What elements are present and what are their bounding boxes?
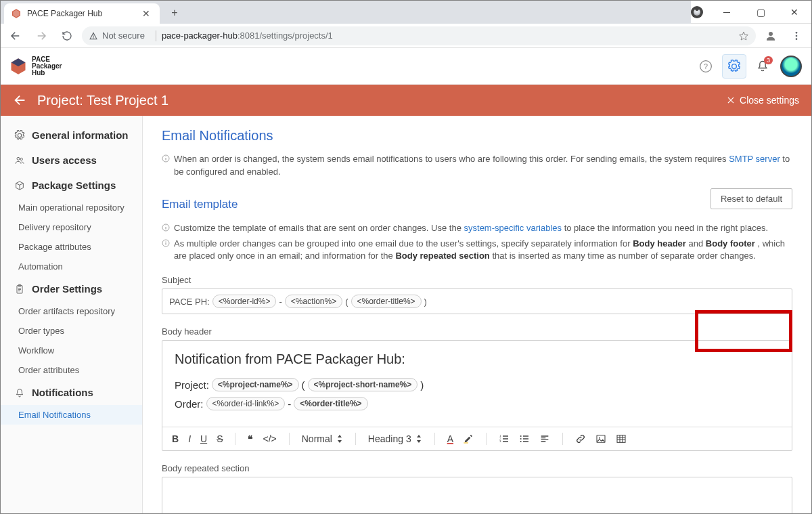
titlebar: PACE Packager Hub ✕ + ─ ▢ ✕ (1, 1, 811, 24)
nav-back-icon[interactable] (5, 25, 26, 47)
image-icon[interactable] (595, 433, 606, 444)
chip-order-id-link[interactable]: <%order-id-link%> (206, 397, 286, 410)
chip-project-short[interactable]: <%project-short-name%> (308, 378, 418, 391)
package-icon (14, 180, 25, 191)
sidebar-item-delivery-repo[interactable]: Delivery repository (1, 217, 142, 237)
svg-point-0 (769, 32, 773, 36)
svg-point-18 (520, 438, 522, 440)
quote-icon[interactable]: ❝ (248, 433, 253, 444)
window-minimize[interactable]: ─ (710, 1, 744, 23)
sidebar-item-order-repo[interactable]: Order artifacts repository (1, 301, 142, 321)
sidebar-order[interactable]: Order Settings (1, 276, 142, 301)
updown-icon (336, 435, 343, 443)
svg-text:?: ? (704, 62, 708, 70)
chip-order-id[interactable]: <%order-id%> (212, 295, 277, 308)
tabstrip-status (691, 1, 710, 23)
reset-default-button[interactable]: Reset to default (710, 188, 792, 209)
bold-icon[interactable]: B (172, 433, 179, 444)
sidebar-users[interactable]: Users access (1, 148, 142, 173)
updown-icon (415, 435, 422, 443)
strike-icon[interactable]: S (217, 433, 223, 444)
sidebar-item-automation[interactable]: Automation (1, 257, 142, 276)
browser-menu-icon[interactable] (786, 25, 807, 47)
close-icon (726, 95, 736, 105)
app-logo[interactable]: PACE Packager Hub (9, 56, 62, 77)
close-settings-button[interactable]: Close settings (726, 95, 799, 106)
project-bar: Project: Test Project 1 Close settings (1, 85, 811, 116)
nav-reload-icon[interactable] (56, 25, 78, 47)
sidebar-item-package-attrs[interactable]: Package attributes (1, 237, 142, 257)
settings-icon[interactable] (722, 54, 746, 79)
format-select[interactable]: Normal (302, 433, 343, 444)
tab-close-icon[interactable]: ✕ (139, 8, 153, 19)
address-bar: Not secure pace-packager-hub :8081/setti… (1, 24, 811, 48)
sidebar-item-order-attrs[interactable]: Order attributes (1, 360, 142, 380)
highlight-icon[interactable] (463, 433, 474, 444)
link-icon[interactable] (575, 433, 586, 444)
text-color-icon[interactable]: A (447, 433, 453, 444)
not-secure-icon (89, 31, 98, 41)
editor-title: Notification from PACE Packager Hub: (175, 351, 780, 367)
sidebar-general[interactable]: General information (1, 123, 142, 148)
chip-project-name[interactable]: <%project-name%> (212, 378, 299, 391)
profile-icon[interactable] (760, 25, 782, 47)
table-icon[interactable] (616, 433, 627, 444)
body-repeated-editor[interactable] (162, 477, 792, 513)
bookmark-star-icon[interactable] (738, 30, 749, 41)
sidebar-item-email-notif[interactable]: Email Notifications (1, 405, 142, 425)
svg-point-19 (520, 441, 522, 442)
svg-rect-22 (617, 435, 625, 443)
sidebar-package[interactable]: Package Settings (1, 173, 142, 198)
svg-point-2 (796, 35, 798, 37)
gear-icon (14, 130, 25, 141)
info-icon (162, 239, 170, 247)
chip-order-title[interactable]: <%order-title%> (351, 295, 422, 308)
sidebar-item-workflow[interactable]: Workflow (1, 341, 142, 360)
content-scroll[interactable]: Email Notifications When an order is cha… (143, 116, 811, 513)
logo-text-3: Hub (32, 70, 62, 77)
browser-tab[interactable]: PACE Packager Hub ✕ (4, 3, 160, 24)
body-header-editor[interactable]: Notification from PACE Packager Hub: Pro… (162, 340, 792, 451)
window-maximize[interactable]: ▢ (744, 1, 777, 23)
smtp-link[interactable]: SMTP server (729, 154, 780, 164)
window-close[interactable]: ✕ (777, 1, 811, 23)
svg-point-21 (599, 437, 600, 439)
chip-order-title-2[interactable]: <%order-title%> (294, 397, 367, 410)
chip-action[interactable]: <%action%> (285, 295, 342, 308)
underline-icon[interactable]: U (200, 433, 207, 444)
app-header: PACE Packager Hub ? 3 (1, 48, 811, 85)
sidebar-notifications[interactable]: Notifications (1, 380, 142, 405)
editor-toolbar: B I U S ❝ </> (162, 427, 792, 450)
svg-text:3: 3 (499, 440, 501, 444)
code-icon[interactable]: </> (263, 433, 276, 444)
svg-point-6 (17, 157, 20, 160)
sidebar-item-order-types[interactable]: Order types (1, 321, 142, 341)
svg-point-7 (20, 158, 22, 160)
project-back-icon[interactable] (13, 93, 28, 108)
align-icon[interactable] (539, 433, 550, 444)
account-icon[interactable] (691, 6, 703, 18)
tab-strip: PACE Packager Hub ✕ + (1, 1, 691, 24)
list-bullet-icon[interactable] (519, 433, 530, 444)
subject-input[interactable]: PACE PH: <%order-id%> - <%action%> ( <%o… (162, 288, 792, 314)
info-icon (162, 223, 170, 232)
subject-label: Subject (162, 275, 792, 285)
template-desc-2: As multiple order changes can be grouped… (162, 238, 792, 263)
page-description: When an order is changed, the system sen… (162, 153, 792, 179)
notifications-icon[interactable]: 3 (750, 54, 775, 79)
favicon-icon (11, 8, 22, 19)
svg-rect-20 (597, 435, 605, 443)
variables-link[interactable]: system-specific variables (464, 223, 562, 233)
italic-icon[interactable]: I (188, 433, 191, 444)
user-avatar[interactable] (779, 54, 803, 79)
heading-select[interactable]: Heading 3 (368, 433, 422, 444)
sidebar-item-main-repo[interactable]: Main operational repository (1, 198, 142, 217)
page-title: Email Notifications (162, 128, 792, 144)
omnibox[interactable]: Not secure pace-packager-hub :8081/setti… (82, 26, 756, 45)
list-ordered-icon[interactable]: 123 (499, 433, 510, 444)
not-secure-label: Not secure (102, 30, 145, 41)
project-title: Project: Test Project 1 (37, 93, 168, 108)
svg-point-1 (796, 32, 798, 34)
help-icon[interactable]: ? (694, 54, 718, 79)
new-tab-button[interactable]: + (165, 3, 184, 22)
